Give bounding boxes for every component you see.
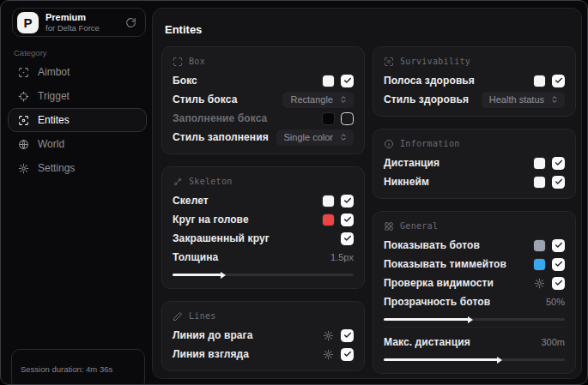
info-icon xyxy=(384,139,394,149)
checkbox[interactable] xyxy=(552,277,565,290)
box-style-dropdown[interactable]: Rectangle xyxy=(282,92,354,108)
checkbox[interactable] xyxy=(341,112,354,125)
setting-label: Полоса здоровья xyxy=(384,75,475,87)
check-icon xyxy=(343,76,352,85)
bone-icon xyxy=(173,177,183,187)
checkbox[interactable] xyxy=(341,348,354,361)
refresh-icon[interactable] xyxy=(125,17,136,28)
sidebar-item-aimbot[interactable]: Aimbot xyxy=(8,60,147,84)
setting-row: Стиль заполнения Single color xyxy=(173,128,354,147)
pencil-icon xyxy=(173,311,183,322)
color-swatch[interactable] xyxy=(323,196,334,207)
color-swatch[interactable] xyxy=(323,214,334,226)
sidebar-item-label: Aimbot xyxy=(38,66,70,78)
setting-label: Стиль бокса xyxy=(173,93,237,105)
check-icon xyxy=(555,260,563,268)
check-icon xyxy=(555,279,563,287)
checkbox[interactable] xyxy=(341,75,354,87)
setting-label: Прозрачность ботов xyxy=(384,296,490,308)
setting-row: Толщина 1.5px xyxy=(173,248,354,267)
gear-icon[interactable] xyxy=(323,349,334,360)
setting-row: Проверка видимости xyxy=(384,274,565,292)
setting-row: Прозрачность ботов 50% xyxy=(384,292,565,311)
setting-label: Закрашенный круг xyxy=(173,232,270,244)
app-window: P Premium for Delta Force Category Aimbo… xyxy=(0,0,588,385)
setting-row: Полоса здоровья xyxy=(384,71,565,90)
thickness-slider[interactable] xyxy=(173,274,354,276)
fill-style-dropdown[interactable]: Single color xyxy=(276,129,354,146)
setting-row: Линия до врага xyxy=(173,326,354,345)
color-swatch[interactable] xyxy=(534,177,545,188)
checkbox[interactable] xyxy=(552,239,565,252)
sidebar-item-settings[interactable]: Settings xyxy=(8,156,147,180)
crosshair-icon xyxy=(18,91,29,102)
setting-label: Никнейм xyxy=(384,176,429,188)
section-information: Information Дистанция Никнейм xyxy=(373,129,576,199)
check-icon xyxy=(343,215,352,224)
app-title: Premium xyxy=(45,12,100,22)
section-title: Survivability xyxy=(400,57,470,66)
setting-label: Показывать ботов xyxy=(384,239,480,251)
setting-row: Стиль бокса Rectangle xyxy=(173,90,354,109)
checkbox[interactable] xyxy=(552,258,565,271)
bot-opacity-slider[interactable] xyxy=(384,318,565,321)
sidebar-item-entites[interactable]: Entites xyxy=(8,108,147,132)
setting-value: 1.5px xyxy=(330,252,354,262)
setting-row: Никнейм xyxy=(384,172,565,191)
setting-label: Скелет xyxy=(173,195,209,207)
sidebar-item-label: Trigget xyxy=(38,90,70,102)
section-title: Skeleton xyxy=(189,177,233,186)
category-label: Category xyxy=(14,48,47,57)
chevrons-up-down-icon xyxy=(550,95,559,104)
dropdown-value: Single color xyxy=(284,132,333,142)
section-title: Lines xyxy=(189,311,216,321)
scan-crosshair-icon xyxy=(18,67,29,78)
sidebar-item-trigget[interactable]: Trigget xyxy=(8,84,147,108)
checkbox[interactable] xyxy=(341,232,354,245)
setting-value: 50% xyxy=(546,297,565,307)
section-general: General Показывать ботов Показывать тимм… xyxy=(373,211,576,374)
sidebar-item-label: World xyxy=(38,138,64,150)
checkbox[interactable] xyxy=(341,214,354,226)
checkbox[interactable] xyxy=(341,195,354,208)
chevrons-up-down-icon xyxy=(339,133,348,141)
check-icon xyxy=(343,234,352,243)
check-icon xyxy=(555,177,563,186)
setting-label: Толщина xyxy=(173,251,218,263)
setting-label: Бокс xyxy=(173,75,197,87)
setting-row: Стиль здоровья Health status xyxy=(384,90,565,109)
color-swatch[interactable] xyxy=(534,259,545,270)
setting-row: Показывать тиммейтов xyxy=(384,255,565,274)
dropdown-value: Health status xyxy=(489,94,544,105)
color-swatch[interactable] xyxy=(534,240,545,251)
section-title: General xyxy=(400,221,438,231)
setting-row: Показывать ботов xyxy=(384,236,565,255)
sidebar-item-world[interactable]: World xyxy=(8,132,147,156)
max-distance-slider[interactable] xyxy=(384,358,565,361)
health-style-dropdown[interactable]: Health status xyxy=(482,92,565,108)
slider-fill xyxy=(173,274,221,276)
section-lines: Lines Линия до врага Линия взгляда xyxy=(161,301,365,371)
setting-label: Круг на голове xyxy=(173,214,249,226)
checkbox[interactable] xyxy=(341,329,354,342)
checkbox[interactable] xyxy=(552,176,565,189)
gear-icon[interactable] xyxy=(323,330,334,341)
slider-fill xyxy=(384,358,498,361)
gear-icon xyxy=(18,163,29,174)
setting-row: Скелет xyxy=(173,191,354,210)
checkbox[interactable] xyxy=(552,75,565,87)
color-swatch[interactable] xyxy=(534,75,545,87)
setting-label: Показывать тиммейтов xyxy=(384,258,506,270)
color-swatch[interactable] xyxy=(323,75,334,87)
setting-label: Макс. дистанция xyxy=(384,336,470,348)
setting-label: Стиль заполнения xyxy=(173,131,269,143)
check-icon xyxy=(555,241,563,250)
chevrons-up-down-icon xyxy=(339,95,348,104)
gear-icon[interactable] xyxy=(534,278,545,289)
color-swatch[interactable] xyxy=(534,158,545,169)
section-box: Box Бокс Стиль бокса Rectangle xyxy=(161,46,365,154)
color-swatch[interactable] xyxy=(323,113,334,124)
checkbox[interactable] xyxy=(552,157,565,170)
session-duration: Session duration: 4m 36s xyxy=(21,364,144,374)
sidebar-item-label: Settings xyxy=(38,162,75,174)
